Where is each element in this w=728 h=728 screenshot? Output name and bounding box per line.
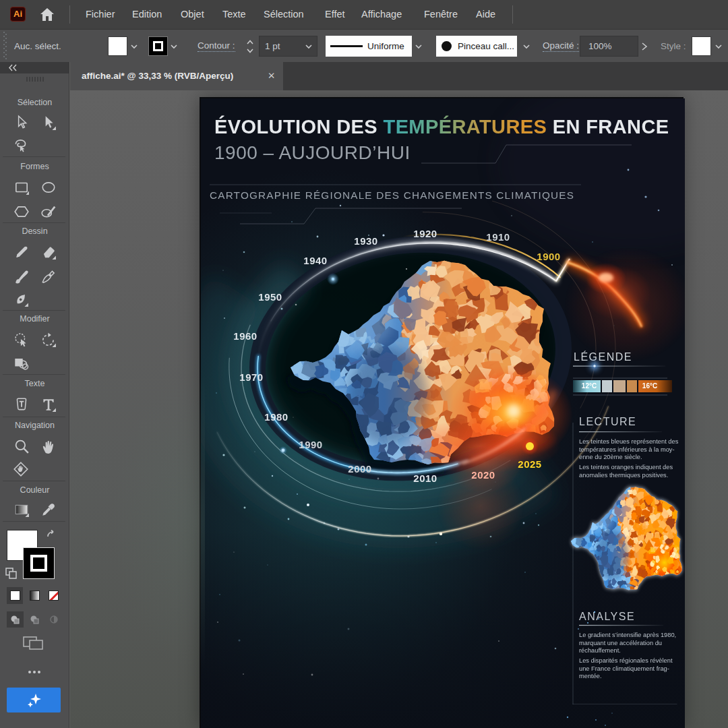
svg-text:anomalies thermiques positives: anomalies thermiques positives.	[579, 472, 668, 479]
svg-text:1990: 1990	[299, 439, 322, 450]
svg-text:1940: 1940	[303, 255, 327, 266]
svg-text:1900 – AUJOURD’HUI: 1900 – AUJOURD’HUI	[214, 142, 411, 163]
svg-text:CARTOGRAPHIE RÉGIONALE DES CHA: CARTOGRAPHIE RÉGIONALE DES CHANGEMENTS C…	[210, 189, 574, 201]
svg-text:1950: 1950	[258, 291, 282, 303]
svg-text:2025: 2025	[518, 458, 541, 470]
svg-text:1960: 1960	[233, 330, 257, 342]
svg-text:1910: 1910	[486, 231, 510, 243]
svg-text:2020: 2020	[471, 469, 495, 481]
svg-text:Les teintes bleues représenten: Les teintes bleues représentent des	[579, 438, 679, 445]
svg-text:ÉVOLUTION DES TEMPÉRATURES EN: ÉVOLUTION DES TEMPÉRATURES EN FRANCE	[214, 115, 669, 138]
svg-text:16°C: 16°C	[642, 382, 657, 390]
svg-text:1980: 1980	[264, 411, 288, 423]
svg-text:1970: 1970	[239, 371, 263, 383]
svg-text:2000: 2000	[348, 463, 371, 475]
svg-text:températures inférieures à la: températures inférieures à la moy-	[579, 446, 675, 453]
svg-text:réchauffement.: réchauffement.	[579, 647, 621, 654]
svg-text:12°C: 12°C	[582, 382, 597, 390]
svg-text:marquant une accélération du: marquant une accélération du	[579, 640, 662, 646]
svg-text:LECTURE: LECTURE	[579, 416, 636, 427]
svg-text:une France climatiquement frag: une France climatiquement frag-	[579, 665, 669, 672]
svg-text:mentée.: mentée.	[579, 673, 602, 679]
svg-text:LÉGENDE: LÉGENDE	[574, 351, 632, 363]
svg-text:2010: 2010	[413, 473, 437, 484]
svg-text:1900: 1900	[537, 251, 560, 262]
svg-text:Les disparités régionales révè: Les disparités régionales révèlent	[579, 657, 673, 664]
svg-text:ANALYSE: ANALYSE	[579, 611, 635, 622]
svg-text:Le gradient s’intensifie après: Le gradient s’intensifie après 1980,	[579, 632, 676, 638]
svg-text:Les teintes oranges indiquent: Les teintes oranges indiquent des	[579, 464, 673, 471]
svg-text:enne du 20ème siècle.: enne du 20ème siècle.	[579, 454, 642, 460]
svg-text:1930: 1930	[354, 235, 377, 247]
svg-text:1920: 1920	[413, 228, 437, 239]
